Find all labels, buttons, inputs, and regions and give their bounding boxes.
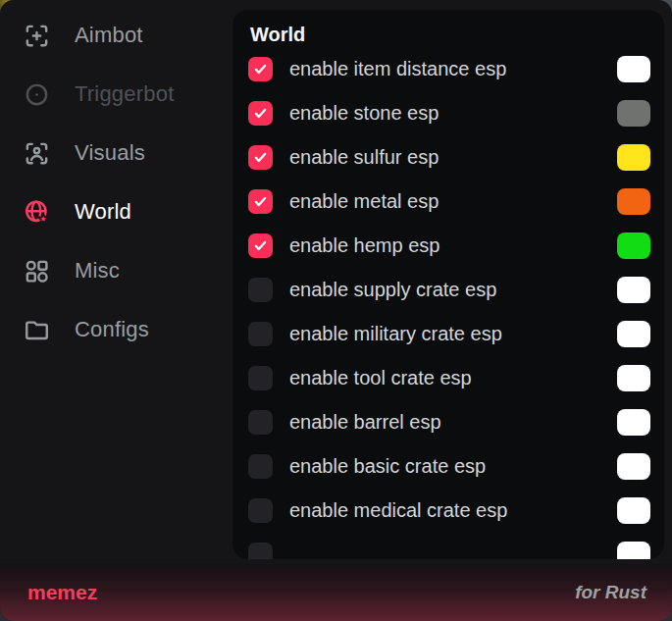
esp-option-label: enable hemp esp (289, 234, 617, 257)
check-icon (252, 237, 269, 254)
swatch-enable-basic-crate-esp[interactable] (617, 453, 650, 480)
esp-option-label: enable basic crate esp (289, 455, 617, 478)
swatch-enable-stone-esp[interactable] (617, 100, 650, 127)
checkbox-enable-tool-crate-esp[interactable] (248, 366, 273, 390)
esp-option-label: enable tool crate esp (289, 367, 617, 389)
esp-row-enable-hemp-esp: enable hemp esp (248, 224, 650, 268)
esp-row-enable-metal-esp: enable metal esp (248, 180, 650, 224)
checkbox-enable-item-distance-esp[interactable] (248, 57, 273, 81)
tagline-label: for Rust (575, 582, 646, 603)
swatch-enable-barrel-esp[interactable] (617, 409, 650, 436)
swatch-enable-tool-crate-esp[interactable] (617, 365, 650, 391)
checkbox-enable-medical-crate-esp[interactable] (248, 498, 273, 523)
swatch-enable-medical-crate-esp[interactable] (617, 497, 650, 524)
esp-option-label: enable sulfur esp (289, 146, 617, 169)
esp-options-list: enable item distance esp enable stone es… (248, 47, 650, 559)
scan-face-icon (22, 138, 51, 168)
esp-row-enable-military-crate-esp: enable military crate esp (248, 312, 650, 356)
world-panel: World enable item distance esp enable st… (233, 10, 664, 559)
sidebar-item-world[interactable]: World (0, 182, 233, 241)
esp-option-label: enable military crate esp (289, 323, 617, 345)
sidebar-item-label: Triggerbot (75, 81, 174, 107)
checkbox-enable-sulfur-esp[interactable] (248, 145, 273, 170)
swatch-enable-hemp-esp[interactable] (617, 233, 650, 259)
panel-title: World (250, 22, 650, 47)
circle-dot-icon (22, 79, 51, 109)
esp-option-label: enable barrel esp (289, 411, 617, 434)
check-icon (252, 149, 269, 166)
esp-row-enable-barrel-esp: enable barrel esp (248, 400, 650, 444)
esp-row-enable-stone-esp: enable stone esp (248, 91, 650, 135)
sidebar-item-label: Misc (75, 258, 120, 284)
checkbox-enable-supply-crate-esp[interactable] (248, 278, 273, 302)
esp-option-label: enable supply crate esp (289, 279, 617, 301)
esp-option-label: enable medical crate esp (289, 499, 617, 522)
esp-row-enable-item-distance-esp: enable item distance esp (248, 47, 650, 91)
esp-option-label: enable item distance esp (289, 58, 617, 80)
categories-icon (22, 256, 51, 285)
sidebar: Aimbot Triggerbot Visuals World Misc Con… (0, 0, 233, 359)
swatch-enable-item-distance-esp[interactable] (617, 56, 650, 82)
check-icon (252, 61, 269, 78)
checkbox-enable-basic-crate-esp[interactable] (248, 454, 273, 479)
folder-icon (22, 315, 51, 344)
crosshair-scan-icon (22, 21, 51, 50)
footer-bar: memez for Rust (0, 564, 672, 621)
sidebar-item-visuals[interactable]: Visuals (0, 124, 233, 182)
checkbox-enable-metal-esp[interactable] (248, 189, 273, 214)
esp-row-enable-medical-crate-esp: enable medical crate esp (248, 489, 650, 533)
checkbox-enable-military-crate-esp[interactable] (248, 322, 273, 346)
sidebar-item-misc[interactable]: Misc (0, 241, 233, 300)
sidebar-item-aimbot[interactable]: Aimbot (0, 6, 233, 65)
esp-option-label: enable metal esp (289, 190, 617, 213)
sidebar-item-triggerbot[interactable]: Triggerbot (0, 65, 233, 124)
sidebar-item-label: Aimbot (75, 23, 143, 48)
sidebar-item-label: World (75, 199, 131, 225)
esp-row-enable-supply-crate-esp: enable supply crate esp (248, 268, 650, 312)
swatch-enable-metal-esp[interactable] (617, 188, 650, 215)
swatch-enable-sulfur-esp[interactable] (617, 144, 650, 171)
check-icon (252, 193, 269, 210)
checkbox-enable-barrel-esp[interactable] (248, 410, 273, 435)
esp-row-enable-basic-crate-esp: enable basic crate esp (248, 444, 650, 489)
esp-option-label: enable stone esp (289, 102, 617, 125)
esp-row-enable-tool-crate-esp: enable tool crate esp (248, 356, 650, 400)
swatch-partial[interactable] (617, 542, 650, 559)
brand-label: memez (27, 581, 97, 604)
sidebar-item-label: Visuals (75, 140, 145, 166)
sidebar-item-configs[interactable]: Configs (0, 300, 233, 359)
sidebar-item-label: Configs (75, 317, 149, 342)
esp-row-partial (248, 533, 650, 559)
esp-row-enable-sulfur-esp: enable sulfur esp (248, 135, 650, 180)
swatch-enable-military-crate-esp[interactable] (617, 321, 650, 347)
cheat-menu-window: Aimbot Triggerbot Visuals World Misc Con… (0, 0, 672, 621)
swatch-enable-supply-crate-esp[interactable] (617, 277, 650, 303)
check-icon (252, 105, 269, 122)
checkbox-partial[interactable] (248, 543, 273, 559)
checkbox-enable-hemp-esp[interactable] (248, 233, 273, 258)
globe-star-icon (22, 197, 51, 227)
checkbox-enable-stone-esp[interactable] (248, 101, 273, 126)
